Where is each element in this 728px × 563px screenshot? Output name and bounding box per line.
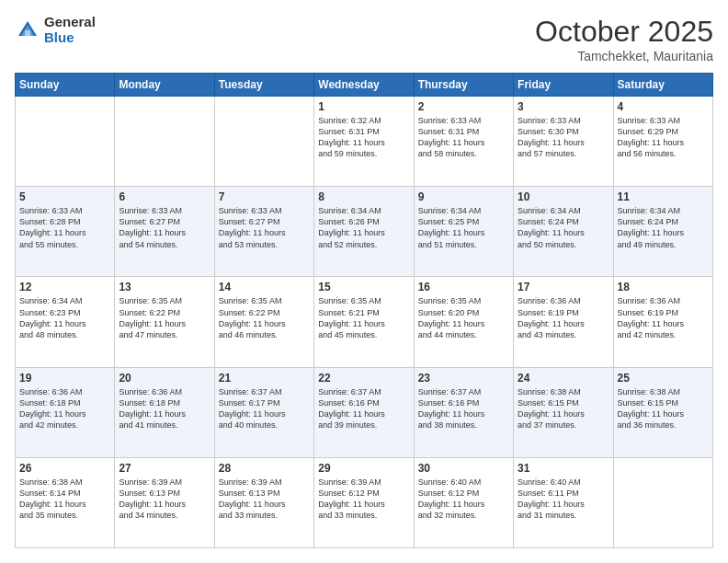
day-number: 16	[418, 281, 509, 293]
table-row: 15Sunrise: 6:35 AM Sunset: 6:21 PM Dayli…	[314, 277, 414, 367]
svg-rect-2	[25, 30, 30, 36]
day-number: 22	[318, 372, 409, 385]
day-info: Sunrise: 6:36 AM Sunset: 6:18 PM Dayligh…	[19, 386, 110, 431]
day-info: Sunrise: 6:32 AM Sunset: 6:31 PM Dayligh…	[318, 115, 409, 160]
day-info: Sunrise: 6:35 AM Sunset: 6:22 PM Dayligh…	[219, 295, 310, 340]
day-number: 21	[219, 372, 310, 385]
col-thursday: Thursday	[414, 74, 513, 97]
table-row: 2Sunrise: 6:33 AM Sunset: 6:31 PM Daylig…	[414, 97, 513, 187]
day-number: 13	[119, 281, 210, 293]
day-number: 15	[318, 281, 409, 293]
day-number: 19	[19, 372, 110, 385]
day-info: Sunrise: 6:36 AM Sunset: 6:18 PM Dayligh…	[119, 386, 210, 431]
table-row: 31Sunrise: 6:40 AM Sunset: 6:11 PM Dayli…	[514, 457, 613, 547]
table-row: 4Sunrise: 6:33 AM Sunset: 6:29 PM Daylig…	[613, 97, 712, 187]
header-row: Sunday Monday Tuesday Wednesday Thursday…	[16, 74, 713, 97]
day-number: 30	[418, 462, 509, 475]
day-number: 29	[318, 462, 409, 475]
day-info: Sunrise: 6:38 AM Sunset: 6:14 PM Dayligh…	[19, 477, 110, 522]
day-number: 8	[318, 190, 409, 203]
table-row: 1Sunrise: 6:32 AM Sunset: 6:31 PM Daylig…	[314, 97, 414, 187]
table-row: 10Sunrise: 6:34 AM Sunset: 6:24 PM Dayli…	[514, 187, 613, 277]
day-info: Sunrise: 6:33 AM Sunset: 6:30 PM Dayligh…	[518, 115, 609, 160]
table-row: 18Sunrise: 6:36 AM Sunset: 6:19 PM Dayli…	[613, 277, 712, 367]
day-info: Sunrise: 6:38 AM Sunset: 6:15 PM Dayligh…	[618, 386, 709, 431]
col-saturday: Saturday	[613, 74, 712, 97]
day-number: 1	[318, 100, 409, 113]
day-number: 7	[219, 190, 310, 203]
table-row: 9Sunrise: 6:34 AM Sunset: 6:25 PM Daylig…	[414, 187, 513, 277]
day-info: Sunrise: 6:36 AM Sunset: 6:19 PM Dayligh…	[618, 295, 709, 340]
col-tuesday: Tuesday	[214, 74, 313, 97]
day-info: Sunrise: 6:33 AM Sunset: 6:31 PM Dayligh…	[418, 115, 509, 160]
calendar-week-row: 12Sunrise: 6:34 AM Sunset: 6:23 PM Dayli…	[16, 277, 713, 367]
col-monday: Monday	[115, 74, 214, 97]
logo-general-text: General	[44, 15, 96, 30]
day-info: Sunrise: 6:34 AM Sunset: 6:23 PM Dayligh…	[19, 295, 110, 340]
table-row: 7Sunrise: 6:33 AM Sunset: 6:27 PM Daylig…	[214, 187, 313, 277]
day-number: 31	[518, 462, 609, 475]
table-row: 26Sunrise: 6:38 AM Sunset: 6:14 PM Dayli…	[16, 457, 115, 547]
table-row: 27Sunrise: 6:39 AM Sunset: 6:13 PM Dayli…	[115, 457, 214, 547]
title-block: October 2025 Tamchekket, Mauritania	[535, 15, 713, 63]
day-info: Sunrise: 6:40 AM Sunset: 6:11 PM Dayligh…	[518, 477, 609, 522]
day-info: Sunrise: 6:35 AM Sunset: 6:21 PM Dayligh…	[318, 295, 409, 340]
logo-icon	[15, 17, 40, 43]
table-row: 14Sunrise: 6:35 AM Sunset: 6:22 PM Dayli…	[214, 277, 313, 367]
day-info: Sunrise: 6:33 AM Sunset: 6:28 PM Dayligh…	[19, 205, 110, 250]
day-number: 28	[219, 462, 310, 475]
logo-text: General Blue	[44, 15, 96, 45]
day-number: 9	[418, 190, 509, 203]
day-number: 14	[219, 281, 310, 293]
table-row: 16Sunrise: 6:35 AM Sunset: 6:20 PM Dayli…	[414, 277, 513, 367]
day-number: 11	[618, 190, 709, 203]
day-number: 24	[518, 372, 609, 385]
day-number: 12	[19, 281, 110, 293]
col-sunday: Sunday	[16, 74, 115, 97]
day-info: Sunrise: 6:33 AM Sunset: 6:27 PM Dayligh…	[219, 205, 310, 250]
table-row: 22Sunrise: 6:37 AM Sunset: 6:16 PM Dayli…	[314, 367, 414, 457]
day-info: Sunrise: 6:35 AM Sunset: 6:20 PM Dayligh…	[418, 295, 509, 340]
day-info: Sunrise: 6:35 AM Sunset: 6:22 PM Dayligh…	[119, 295, 210, 340]
day-number: 25	[618, 372, 709, 385]
table-row: 28Sunrise: 6:39 AM Sunset: 6:13 PM Dayli…	[214, 457, 313, 547]
day-number: 10	[518, 190, 609, 203]
calendar-table: Sunday Monday Tuesday Wednesday Thursday…	[15, 73, 713, 548]
day-info: Sunrise: 6:33 AM Sunset: 6:27 PM Dayligh…	[119, 205, 210, 250]
table-row: 23Sunrise: 6:37 AM Sunset: 6:16 PM Dayli…	[414, 367, 513, 457]
day-number: 27	[119, 462, 210, 475]
day-number: 4	[618, 100, 709, 113]
day-info: Sunrise: 6:34 AM Sunset: 6:24 PM Dayligh…	[618, 205, 709, 250]
table-row: 24Sunrise: 6:38 AM Sunset: 6:15 PM Dayli…	[514, 367, 613, 457]
table-row: 8Sunrise: 6:34 AM Sunset: 6:26 PM Daylig…	[314, 187, 414, 277]
calendar-week-row: 19Sunrise: 6:36 AM Sunset: 6:18 PM Dayli…	[16, 367, 713, 457]
table-row: 21Sunrise: 6:37 AM Sunset: 6:17 PM Dayli…	[214, 367, 313, 457]
day-number: 23	[418, 372, 509, 385]
day-number: 3	[518, 100, 609, 113]
day-info: Sunrise: 6:36 AM Sunset: 6:19 PM Dayligh…	[518, 295, 609, 340]
table-row: 6Sunrise: 6:33 AM Sunset: 6:27 PM Daylig…	[115, 187, 214, 277]
day-info: Sunrise: 6:39 AM Sunset: 6:12 PM Dayligh…	[318, 477, 409, 522]
table-row: 13Sunrise: 6:35 AM Sunset: 6:22 PM Dayli…	[115, 277, 214, 367]
calendar-week-row: 1Sunrise: 6:32 AM Sunset: 6:31 PM Daylig…	[16, 97, 713, 187]
table-row: 19Sunrise: 6:36 AM Sunset: 6:18 PM Dayli…	[16, 367, 115, 457]
location-subtitle: Tamchekket, Mauritania	[535, 49, 713, 63]
day-info: Sunrise: 6:39 AM Sunset: 6:13 PM Dayligh…	[219, 477, 310, 522]
day-number: 17	[518, 281, 609, 293]
day-info: Sunrise: 6:40 AM Sunset: 6:12 PM Dayligh…	[418, 477, 509, 522]
day-number: 6	[119, 190, 210, 203]
logo: General Blue	[15, 15, 96, 45]
page: General Blue October 2025 Tamchekket, Ma…	[0, 0, 728, 563]
table-row: 5Sunrise: 6:33 AM Sunset: 6:28 PM Daylig…	[16, 187, 115, 277]
day-number: 20	[119, 372, 210, 385]
table-row: 17Sunrise: 6:36 AM Sunset: 6:19 PM Dayli…	[514, 277, 613, 367]
table-row	[214, 97, 313, 187]
table-row: 12Sunrise: 6:34 AM Sunset: 6:23 PM Dayli…	[16, 277, 115, 367]
col-wednesday: Wednesday	[314, 74, 414, 97]
month-title: October 2025	[535, 15, 713, 49]
day-info: Sunrise: 6:37 AM Sunset: 6:16 PM Dayligh…	[318, 386, 409, 431]
header: General Blue October 2025 Tamchekket, Ma…	[15, 15, 713, 63]
table-row	[613, 457, 712, 547]
day-number: 2	[418, 100, 509, 113]
day-info: Sunrise: 6:38 AM Sunset: 6:15 PM Dayligh…	[518, 386, 609, 431]
